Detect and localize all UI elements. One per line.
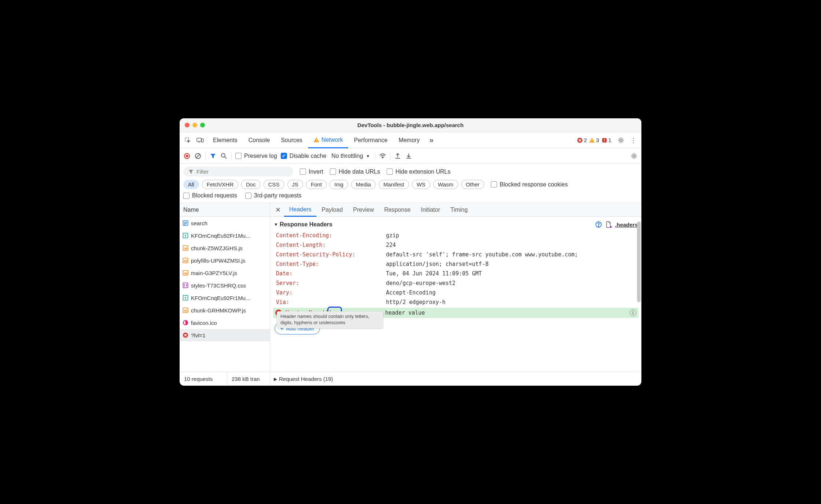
wifi-icon[interactable] — [379, 152, 386, 160]
override-file-icon[interactable] — [605, 221, 611, 228]
details-panel: ✕ Headers Payload Preview Response Initi… — [270, 203, 641, 372]
svg-text:T: T — [184, 234, 187, 238]
window-title: DevTools - bubble-jingle.web.app/search — [357, 122, 464, 128]
request-item[interactable]: search — [180, 217, 270, 229]
request-item[interactable]: ?lvl=1 — [180, 329, 270, 341]
filter-input[interactable]: Filter — [183, 167, 293, 177]
warning-badge[interactable]: 3 — [589, 137, 599, 143]
preserve-log-checkbox[interactable]: Preserve log — [235, 153, 277, 159]
request-name: chunk-GRHMKOWP.js — [191, 307, 246, 314]
info-icon[interactable]: i — [630, 310, 636, 316]
scrollbar-thumb[interactable] — [637, 222, 641, 302]
new-header-value[interactable]: header value — [385, 310, 425, 316]
request-item[interactable]: styles-T73CSHRQ.css — [180, 279, 270, 292]
close-window-button[interactable] — [185, 123, 189, 127]
warning-icon — [313, 137, 319, 143]
record-icon[interactable] — [183, 152, 191, 160]
filter-chip-doc[interactable]: Doc — [241, 180, 261, 189]
filter-chip-ws[interactable]: WS — [412, 180, 430, 189]
header-name: Vary: — [276, 289, 386, 296]
request-headers-collapsed[interactable]: ▶Request Headers (19) — [270, 376, 337, 382]
header-name: Content-Type: — [276, 261, 386, 267]
request-item[interactable]: TKFOmCnqEu92Fr1Mu... — [180, 292, 270, 304]
filter-chip-fetch[interactable]: Fetch/XHR — [202, 180, 238, 189]
request-item[interactable]: JSchunk-GRHMKOWP.js — [180, 304, 270, 316]
filter-chip-js[interactable]: JS — [287, 180, 303, 189]
headers-file-link[interactable]: .headers — [615, 222, 638, 228]
throttling-select[interactable]: No throttling ▼ — [330, 153, 371, 159]
invert-checkbox[interactable]: Invert — [300, 168, 323, 175]
filter-chip-manifest[interactable]: Manifest — [379, 180, 409, 189]
download-icon[interactable] — [405, 152, 412, 160]
svg-rect-3 — [316, 139, 317, 141]
request-name: favicon.ico — [191, 320, 217, 326]
header-value: Tue, 04 Jun 2024 11:09:05 GMT — [386, 270, 482, 277]
search-icon[interactable] — [220, 152, 228, 160]
request-item[interactable]: TKFOmCnqEu92Fr1Mu... — [180, 229, 270, 242]
maximize-window-button[interactable] — [200, 123, 205, 127]
request-item[interactable]: JSchunk-Z5WZJGHS.js — [180, 242, 270, 254]
network-settings-icon[interactable] — [630, 152, 638, 160]
more-tabs-icon[interactable]: » — [426, 134, 437, 146]
device-icon[interactable] — [194, 134, 206, 146]
dtab-timing[interactable]: Timing — [445, 203, 473, 217]
filter-chip-img[interactable]: Img — [329, 180, 348, 189]
request-name: KFOmCnqEu92Fr1Mu... — [191, 295, 250, 301]
svg-rect-19 — [184, 222, 187, 223]
svg-rect-13 — [186, 155, 188, 157]
filter-chip-media[interactable]: Media — [351, 180, 376, 189]
filter-chip-css[interactable]: CSS — [264, 180, 284, 189]
inspect-icon[interactable] — [182, 134, 194, 146]
upload-icon[interactable] — [394, 152, 401, 160]
issue-badge[interactable]: 1 — [601, 137, 611, 143]
hide-data-urls-checkbox[interactable]: Hide data URLs — [330, 168, 380, 175]
error-badge[interactable]: 2 — [577, 137, 587, 143]
header-name: Content-Encoding: — [276, 232, 386, 239]
blocked-cookies-checkbox[interactable]: Blocked response cookies — [491, 181, 568, 188]
tab-console[interactable]: Console — [243, 132, 275, 148]
dtab-payload[interactable]: Payload — [316, 203, 348, 217]
request-name: KFOmCnqEu92Fr1Mu... — [191, 233, 250, 239]
dtab-initiator[interactable]: Initiator — [416, 203, 445, 217]
minimize-window-button[interactable] — [192, 123, 197, 127]
dtab-preview[interactable]: Preview — [348, 203, 379, 217]
response-headers-section[interactable]: ▼Response Headers .headers — [270, 218, 641, 231]
disable-cache-checkbox[interactable]: Disable cache — [281, 153, 327, 159]
blocked-requests-checkbox[interactable]: Blocked requests — [183, 192, 237, 199]
header-row: Content-Type:application/json; charset=u… — [270, 259, 641, 269]
settings-icon[interactable] — [615, 134, 627, 146]
filter-icon[interactable] — [209, 152, 217, 160]
clear-icon[interactable] — [194, 152, 202, 160]
tab-sources[interactable]: Sources — [276, 132, 308, 148]
filter-chip-font[interactable]: Font — [306, 180, 327, 189]
request-item[interactable]: favicon.ico — [180, 316, 270, 329]
request-item[interactable]: JSpolyfills-UPW4ZMSI.js — [180, 254, 270, 267]
third-party-checkbox[interactable]: 3rd-party requests — [245, 192, 302, 199]
help-icon[interactable] — [595, 221, 602, 228]
tab-network[interactable]: Network — [308, 132, 348, 148]
request-item[interactable]: JSmain-G3PZY5LV.js — [180, 267, 270, 279]
request-type-icon — [183, 282, 188, 288]
header-value: default-src 'self'; frame-src youtube.co… — [386, 251, 578, 258]
kebab-icon[interactable]: ⋮ — [627, 134, 639, 146]
filter-chip-wasm[interactable]: Wasm — [433, 180, 458, 189]
request-name: styles-T73CSHRQ.css — [191, 282, 246, 289]
dtab-headers[interactable]: Headers — [284, 203, 316, 217]
tab-elements[interactable]: Elements — [208, 132, 243, 148]
dtab-response[interactable]: Response — [379, 203, 416, 217]
header-row: Content-Security-Policy:default-src 'sel… — [270, 250, 641, 259]
tab-performance[interactable]: Performance — [349, 132, 393, 148]
header-row: Via:http/2 edgeproxy-h — [270, 297, 641, 307]
tab-memory[interactable]: Memory — [393, 132, 425, 148]
svg-text:JS: JS — [184, 247, 187, 250]
toolbar: Preserve log Disable cache No throttling… — [180, 148, 641, 164]
svg-point-15 — [221, 153, 225, 157]
request-type-icon — [183, 332, 188, 338]
close-details-icon[interactable]: ✕ — [272, 206, 284, 214]
request-type-icon — [183, 320, 188, 326]
hide-ext-urls-checkbox[interactable]: Hide extension URLs — [387, 168, 450, 175]
request-name: search — [191, 220, 207, 226]
filter-chip-other[interactable]: Other — [461, 180, 485, 189]
header-value: 224 — [386, 242, 396, 248]
filter-chip-all[interactable]: All — [183, 180, 199, 189]
